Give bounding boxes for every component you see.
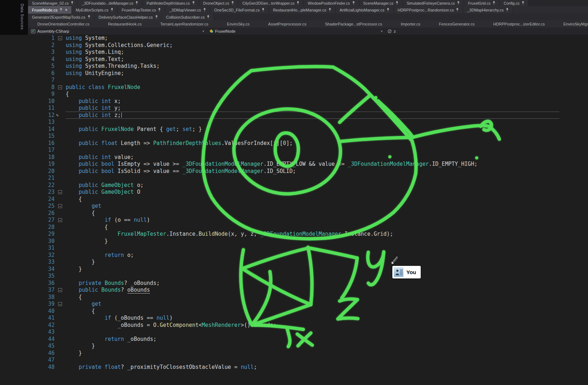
code-line-2[interactable]: 2using System.Collections.Generic; [0,42,588,49]
tab--3dmaphierarchy-cs[interactable]: _3DMapHierarchy.cs [463,6,513,14]
tab-artificiallightsmanager-cs[interactable]: ArtificialLightsManager.cs [336,6,394,14]
code-line-36[interactable]: 36 private Bounds? _oBounds; [0,280,588,287]
code-line-11[interactable]: 11 public int y; [0,105,588,112]
fold-collapse-icon[interactable]: − [58,204,62,208]
code-line-42[interactable]: 42 _oBounds = O.GetComponent<MeshRendere… [0,322,588,329]
tab-simulatedfisheyecamera-cs[interactable]: SimulatedFisheyeCamera.cs [403,0,464,6]
tab-config-cs[interactable]: Config.cs [500,0,529,6]
tab-shaderpackage-stprocessor-cs[interactable]: ShaderPackage...stProcessor.cs [316,20,391,28]
code-line-8[interactable]: 8−public class FruxelNode [0,84,588,91]
pin-icon[interactable] [522,1,524,5]
code-line-20[interactable]: 20 public bool IsSolid => value == _3DFo… [0,168,588,175]
member-dropdown[interactable]: z [394,29,396,33]
fold-collapse-icon[interactable]: − [58,190,62,194]
pin-icon[interactable] [135,1,138,5]
tab--3dfoundatio-delmanager-cs[interactable]: _3DFoundatio...delManager.cs [78,0,143,6]
tab-hdrppostproc-izereditor-cs[interactable]: HDRPPostproc...izerEditor.cs [484,20,554,28]
code-line-24[interactable]: 24 { [0,196,588,203]
code-line-12[interactable]: 12✎ public int z; [0,112,588,119]
code-line-40[interactable]: 40 { [0,308,588,315]
pin-icon[interactable] [111,8,113,12]
close-icon[interactable]: × [65,8,67,12]
code-line-4[interactable]: 4using System.Text; [0,56,588,63]
pin-icon[interactable] [60,8,62,12]
code-line-43[interactable]: 43 [0,329,588,336]
pin-icon[interactable] [396,1,398,5]
code-line-10[interactable]: 10 public int x; [0,98,588,105]
tab-importer-cs[interactable]: Importer.cs [391,20,429,28]
code-line-13[interactable]: 13 [0,119,588,126]
code-line-18[interactable]: 18 public int value; [0,154,588,161]
code-line-33[interactable]: 33 } [0,259,588,266]
fold-collapse-icon[interactable]: − [58,218,62,222]
tab-droneorientationcontroller-cs[interactable]: DroneOrientationController.cs [28,20,99,28]
code-line-5[interactable]: 5using System.Threading.Tasks; [0,63,588,70]
tab-fruxelnode-cs[interactable]: FruxelNode.cs× [28,6,72,14]
code-line-9[interactable]: 9{ [0,91,588,98]
code-line-34[interactable]: 34 } [0,266,588,273]
fold-collapse-icon[interactable]: − [58,288,62,292]
code-line-37[interactable]: 37− public Bounds? oBounds [0,287,588,294]
tab-citygen3dgen-torwrapper-cs[interactable]: CityGen3DGen...torWrapper.cs [238,0,304,6]
tab-pathfinderdepthvalues-cs[interactable]: PathfinderDepthValues.cs [143,0,199,6]
code-line-15[interactable]: 15 [0,133,588,140]
tab-deliverysurfaceclasshelper-cs[interactable]: DeliverySurfaceClassHelper.cs [95,14,162,20]
fold-collapse-icon[interactable]: − [58,302,62,306]
tab-hdrppostproc-randomizer-cs[interactable]: HDRPPostproc...Randomizer.cs [394,6,463,14]
code-line-25[interactable]: 25− get [0,203,588,210]
pin-icon[interactable] [192,1,195,5]
code-line-39[interactable]: 39− get [0,301,588,308]
project-dropdown[interactable]: Assembly-CSharp [37,29,69,33]
code-line-27[interactable]: 27− if (o == null) [0,217,588,224]
pin-icon[interactable] [352,1,355,5]
tab--3dmapviewer-cs[interactable]: _3DMapViewer.cs [165,6,210,14]
tab-restaurantho-plemanager-cs[interactable]: RestaurantHo...pleManager.cs [269,6,336,14]
pin-icon[interactable] [262,8,265,12]
fold-collapse-icon[interactable]: − [58,85,62,89]
code-line-21[interactable]: 21 [0,175,588,182]
code-line-35[interactable]: 35 [0,273,588,280]
pin-icon[interactable] [493,1,495,5]
code-line-7[interactable]: 7 [0,77,588,84]
pin-icon[interactable] [203,8,206,12]
tab-scenemanager-02-cs[interactable]: SceneManager_02.cs [28,0,78,6]
pin-icon[interactable] [71,1,74,5]
pin-icon[interactable] [457,1,460,5]
pin-icon[interactable] [231,1,234,5]
code-line-45[interactable]: 45 } [0,343,588,350]
pin-icon[interactable] [158,8,161,12]
code-line-28[interactable]: 28 { [0,224,588,231]
code-line-44[interactable]: 44 return _oBounds; [0,336,588,343]
tab-scenemanager-cs[interactable]: SceneManager.cs [359,0,403,6]
code-line-31[interactable]: 31 [0,245,588,252]
pin-icon[interactable] [297,1,299,5]
code-line-22[interactable]: 22 public GameObject o; [0,182,588,189]
code-line-29[interactable]: 29 FruxelMapTester.Instance.BuildNode(x,… [0,231,588,238]
tab-envirosky-cs[interactable]: EnviroSky.cs [218,20,259,28]
chevron-down-icon[interactable]: ▾ [381,29,383,33]
code-line-14[interactable]: 14 public FruxelNode Parent { get; set; … [0,126,588,133]
pin-icon[interactable] [328,8,331,12]
pin-icon[interactable] [207,15,210,19]
chevron-down-icon[interactable]: ▾ [202,29,204,33]
tab-fruxelmaptester-cs[interactable]: FruxelMapTester.cs [118,6,165,14]
code-line-26[interactable]: 26 { [0,210,588,217]
tab-enviroskymgr-cs[interactable]: EnviroSkyMgr.cs [554,20,588,28]
pin-icon[interactable] [456,8,459,12]
pin-icon[interactable] [155,15,158,19]
pin-icon[interactable] [88,15,90,19]
code-line-23[interactable]: 23− public GameObject O [0,189,588,196]
code-line-32[interactable]: 32 return o; [0,252,588,259]
code-line-48[interactable]: 48 private float? _proximityToClosestObs… [0,364,588,371]
code-editor[interactable]: 1−using System;2using System.Collections… [0,35,588,385]
code-line-3[interactable]: 3using System.Linq; [0,49,588,56]
tab-terrainlayerrandomizer-cs[interactable]: TerrainLayerRandomizer.cs [151,20,218,28]
code-line-47[interactable]: 47 [0,357,588,364]
tab-onesec3d-fileformat-cs[interactable]: OneSec3D_FileFormat.cs [210,6,269,14]
code-line-6[interactable]: 6using UnityEngine; [0,70,588,77]
tab-assetpreprocessor-cs[interactable]: AssetPreprocessor.cs [259,20,316,28]
code-line-46[interactable]: 46 } [0,350,588,357]
fold-collapse-icon[interactable]: − [58,36,62,40]
code-line-38[interactable]: 38 { [0,294,588,301]
tab-generator2exportmaptools-cs[interactable]: Generator2ExportMapTools.cs [28,14,95,20]
